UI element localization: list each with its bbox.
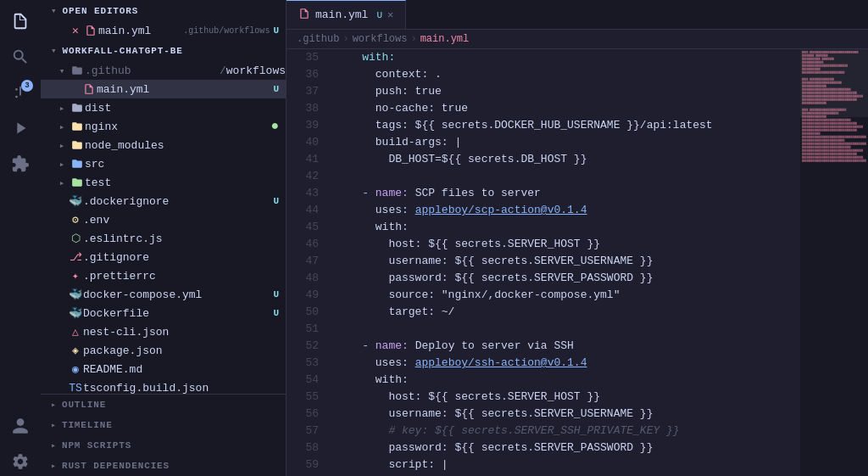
breadcrumb: .github › workflows › main.yml <box>287 30 868 49</box>
file-main-yml[interactable]: main.yml U <box>41 80 286 98</box>
code-line-55: host: ${{ secrets.SERVER_HOST }} <box>336 389 800 406</box>
settings-icon[interactable] <box>6 447 35 476</box>
code-line-46: host: ${{ secrets.SERVER_HOST }} <box>336 236 800 253</box>
folder-test[interactable]: ▸ test <box>41 173 286 192</box>
file-readme[interactable]: ◉ README.md <box>41 360 286 378</box>
files-icon[interactable] <box>6 7 35 36</box>
docker-compose-icon: 🐳 <box>68 288 83 301</box>
folder-icon <box>70 102 85 114</box>
file-docker-compose[interactable]: 🐳 docker-compose.yml U <box>41 285 286 304</box>
tab-main-yml[interactable]: main.yml U ✕ <box>287 0 406 29</box>
code-line-56: username: ${{ secrets.SERVER_USERNAME }} <box>336 406 800 423</box>
chevron-right-icon: ▸ <box>54 140 70 151</box>
code-line-35: with: <box>336 49 800 66</box>
eslint-icon: ⬡ <box>68 232 83 245</box>
folder-icon <box>70 64 85 76</box>
timeline-panel[interactable]: ▸ TIMELINE <box>41 415 286 435</box>
sidebar-bottom-panels: ▸ OUTLINE ▸ TIMELINE ▸ NPM SCRIPTS ▸ RUS… <box>41 394 286 476</box>
code-line-57: # key: ${{ secrets.SERVER_SSH_PRIVATE_KE… <box>336 423 800 440</box>
chevron-down-icon: ▾ <box>51 5 58 16</box>
yml-tab-icon <box>298 8 310 23</box>
code-line-49: source: "nginx/,docker-compose.yml" <box>336 287 800 304</box>
code-line-54: with: <box>336 372 800 389</box>
file-nest-cli[interactable]: △ nest-cli.json <box>41 322 286 341</box>
chevron-right-icon: ▸ <box>51 420 57 430</box>
file-prettier[interactable]: ✦ .prettierrc <box>41 266 286 285</box>
chevron-right-icon: ▸ <box>54 121 70 132</box>
open-editors-tree: ✕ main.yml .github/workflows U <box>41 21 286 40</box>
tsconfig-icon: TS <box>68 382 83 395</box>
explorer-header[interactable]: ▾ WORKFALL-CHATGPT-BE <box>41 40 286 61</box>
minimap-content: ████ ████████████████████████████████ ██… <box>800 49 868 476</box>
code-line-44: uses: appleboy/scp-action@v0.1.4 <box>336 202 800 219</box>
npm-scripts-panel[interactable]: ▸ NPM SCRIPTS <box>41 435 286 456</box>
chevron-right-icon: ▸ <box>54 177 70 188</box>
editor-body: 3536373839 4041424344 4546474849 5051525… <box>287 49 868 476</box>
code-line-48: password: ${{ secrets.SERVER_PASSWORD }} <box>336 270 800 287</box>
extensions-icon[interactable] <box>6 149 35 178</box>
chevron-right-icon: ▸ <box>54 103 70 114</box>
file-package-json[interactable]: ◈ package.json <box>41 341 286 360</box>
open-editor-main-yml[interactable]: ✕ main.yml .github/workflows U <box>41 21 286 40</box>
code-line-42 <box>336 168 800 185</box>
folder-icon <box>70 158 85 170</box>
pkg-icon: ◈ <box>68 344 83 357</box>
file-dockerfile[interactable]: 🐳 Dockerfile U <box>41 304 286 322</box>
chevron-right-icon: ▸ <box>51 461 57 471</box>
tab-close-button[interactable]: ✕ <box>387 8 393 21</box>
run-icon[interactable] <box>6 114 35 143</box>
readme-icon: ◉ <box>68 362 83 376</box>
code-line-39: tags: ${{ secrets.DOCKER_HUB_USERNAME }}… <box>336 117 800 134</box>
code-line-43: - name: SCP files to server <box>336 185 800 202</box>
folder-dist[interactable]: ▸ dist <box>41 98 286 117</box>
source-control-badge: 3 <box>21 80 33 92</box>
editor-main: main.yml U ✕ .github › workflows › main.… <box>287 0 868 476</box>
prettier-icon: ✦ <box>68 269 83 283</box>
file-tsconfig-build[interactable]: TS tsconfig.build.json <box>41 378 286 394</box>
file-dockerignore[interactable]: 🐳 .dockerignore U <box>41 192 286 210</box>
code-line-53: uses: appleboy/ssh-action@v0.1.4 <box>336 355 800 372</box>
file-gitignore[interactable]: ⎇ .gitignore <box>41 248 286 266</box>
dockerignore-icon: 🐳 <box>68 194 83 208</box>
folder-src[interactable]: ▸ src <box>41 154 286 173</box>
folder-nginx[interactable]: ▸ nginx ● <box>41 117 286 136</box>
outline-panel[interactable]: ▸ OUTLINE <box>41 395 286 415</box>
minimap: ████ ████████████████████████████████ ██… <box>800 49 868 476</box>
activity-bar: 3 <box>0 0 41 476</box>
code-line-38: no-cache: true <box>336 100 800 117</box>
file-tree: ▾ .github / workflows main.yml U ▸ <box>41 61 286 394</box>
tab-label: main.yml <box>315 8 368 21</box>
env-icon: ⚙ <box>68 213 83 227</box>
code-line-41: DB_HOST=${{ secrets.DB_HOST }} <box>336 151 800 168</box>
rust-deps-panel[interactable]: ▸ RUST DEPENDENCIES <box>41 456 286 476</box>
folder-node-modules[interactable]: ▸ node_modules <box>41 136 286 154</box>
close-icon[interactable]: ✕ <box>68 24 83 37</box>
dockerfile-icon: 🐳 <box>68 306 83 320</box>
code-line-50: target: ~/ <box>336 304 800 321</box>
line-numbers: 3536373839 4041424344 4546474849 5051525… <box>287 49 329 476</box>
folder-icon <box>70 176 85 188</box>
chevron-down-icon: ▾ <box>51 45 58 56</box>
tab-bar: main.yml U ✕ <box>287 0 868 30</box>
nest-icon: △ <box>68 325 83 339</box>
file-env[interactable]: ⚙ .env <box>41 210 286 229</box>
chevron-right-icon: ▸ <box>51 400 57 410</box>
search-icon[interactable] <box>6 42 35 71</box>
account-icon[interactable] <box>6 412 35 440</box>
code-content[interactable]: with: context: . push: true no-cache: tr… <box>329 49 800 476</box>
code-line-45: with: <box>336 219 800 236</box>
gitignore-icon: ⎇ <box>68 250 83 264</box>
yml-icon <box>81 83 97 95</box>
chevron-right-icon: ▸ <box>51 440 57 451</box>
code-line-47: username: ${{ secrets.SERVER_USERNAME }} <box>336 253 800 270</box>
code-line-52: - name: Deploy to server via SSH <box>336 338 800 355</box>
open-editors-header[interactable]: ▾ OPEN EDITORS <box>41 0 286 21</box>
code-line-36: context: . <box>336 66 800 83</box>
file-eslint[interactable]: ⬡ .eslintrc.js <box>41 229 286 248</box>
sidebar: ▾ OPEN EDITORS ✕ main.yml .github/workfl… <box>41 0 287 476</box>
chevron-right-icon: ▸ <box>54 159 70 170</box>
folder-github[interactable]: ▾ .github / workflows <box>41 61 286 80</box>
code-line-37: push: true <box>336 83 800 100</box>
chevron-down-icon: ▾ <box>54 65 70 76</box>
source-control-icon[interactable]: 3 <box>6 78 35 107</box>
